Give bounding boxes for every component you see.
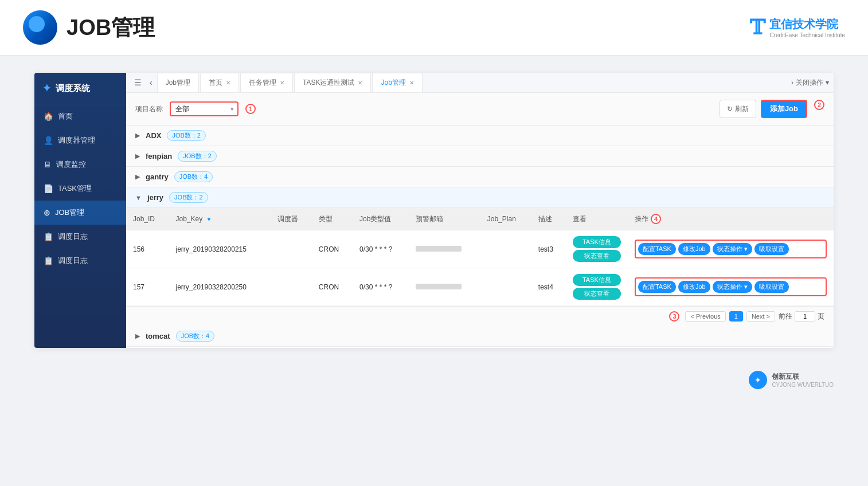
col-header-job-plan: Job_Plan	[480, 208, 531, 230]
footer-brand: ✦ 创新互联 CYJONG WUVERLTUO	[749, 371, 834, 389]
job-count-badge: JOB数：4	[174, 171, 213, 182]
modify-job-button-1[interactable]: 修改Job	[678, 243, 710, 255]
sidebar: ✦ 调度系统 🏠 首页 👤 调度器管理 🖥 调度监控 📄 TASK管理 ⊕	[34, 73, 126, 348]
tab-job-mgmt-static[interactable]: Job管理	[157, 73, 199, 92]
table-area: ▶ ADX JOB数：2 ▶ fenpian JOB数：2 ▶ gantry J…	[126, 126, 834, 348]
action-row-2: 状态操作 ▾ 吸取设置	[713, 281, 789, 293]
footer-icon: ✦	[749, 371, 767, 389]
app-frame: ✦ 调度系统 🏠 首页 👤 调度器管理 🖥 调度监控 📄 TASK管理 ⊕	[34, 73, 834, 348]
project-filter-select[interactable]: 全部 ADX fenpian gantry jerry tomcat	[170, 101, 238, 116]
user-icon: 👤	[44, 136, 53, 145]
close-icon[interactable]: ✕	[358, 80, 362, 86]
group-row-fenpian[interactable]: ▶ fenpian JOB数：2	[126, 146, 834, 167]
scheduler-cell	[271, 230, 312, 268]
col-header-job-id: Job_ID	[126, 208, 169, 230]
modify-job-button-2[interactable]: 修改Job	[678, 281, 710, 293]
group-row-tomcat[interactable]: ▶ tomcat JOB数：4	[126, 326, 834, 347]
email-blur	[416, 284, 462, 289]
sidebar-item-monitor[interactable]: 🖥 调度监控	[34, 152, 126, 177]
sidebar-item-log2[interactable]: 📋 调度日志	[34, 249, 126, 273]
tab-task-mgmt[interactable]: 任务管理 ✕	[240, 73, 293, 92]
config-task-button-1[interactable]: 配置TASK	[638, 243, 676, 255]
sidebar-item-task[interactable]: 📄 TASK管理	[34, 177, 126, 201]
get-settings-button-1[interactable]: 吸取设置	[754, 243, 789, 255]
content-area: ☰ ‹ Job管理 首页 ✕ 任务管理 ✕ TASK运通性测试 ✕	[126, 73, 834, 348]
task-info-button-2[interactable]: TASK信息	[573, 274, 621, 286]
col-header-ops: 操作 4	[628, 208, 834, 230]
page-input[interactable]	[795, 311, 815, 322]
group-row-adx[interactable]: ▶ ADX JOB数：2	[126, 126, 834, 146]
get-settings-button-2[interactable]: 吸取设置	[754, 281, 789, 293]
job-count-badge: JOB数：2	[167, 130, 206, 141]
status-op-button-1[interactable]: 状态操作 ▾	[713, 243, 752, 255]
type-cell: CRON	[312, 230, 353, 268]
job-type-val-cell: 0/30 * * * ?	[353, 268, 409, 306]
group-name: gantry	[146, 173, 169, 181]
group-row-jerry[interactable]: ▼ jerry JOB数：2	[126, 187, 834, 208]
filter-bar: 项目名称 全部 ADX fenpian gantry jerry tomcat …	[126, 93, 834, 126]
action-group-2: 配置TASK 修改Job 状态操作 ▾ 吸取设置	[635, 277, 827, 296]
next-page-button[interactable]: Next >	[746, 311, 775, 322]
col-header-job-type-val: Job类型值	[353, 208, 409, 230]
sidebar-item-scheduler[interactable]: 👤 调度器管理	[34, 128, 126, 152]
sidebar-item-job[interactable]: ⊕ JOB管理	[34, 201, 126, 225]
filter-icon[interactable]: ▼	[206, 216, 212, 222]
job-key-cell: jerry_20190328200250	[169, 268, 271, 306]
sidebar-item-home[interactable]: 🏠 首页	[34, 104, 126, 128]
tab-label: 首页	[209, 78, 222, 88]
tab-bar: ☰ ‹ Job管理 首页 ✕ 任务管理 ✕ TASK运通性测试 ✕	[126, 73, 834, 93]
group-name: tomcat	[146, 332, 170, 340]
pagination-bar: 3 < Previous 1 Next > 前往 页	[126, 306, 834, 326]
job-type-val-cell: 0/30 * * * ?	[353, 230, 409, 268]
job-id-cell: 157	[126, 268, 169, 306]
sidebar-title: 调度系统	[56, 83, 90, 94]
close-icon[interactable]: ✕	[409, 80, 414, 86]
header-left: JOB管理	[23, 10, 155, 45]
close-icon[interactable]: ✕	[280, 80, 284, 86]
task-info-button-1[interactable]: TASK信息	[573, 236, 621, 248]
sidebar-item-label: 调度日志	[58, 256, 88, 266]
action-row-2: 状态操作 ▾ 吸取设置	[713, 243, 789, 255]
group-name: jerry	[147, 193, 163, 202]
refresh-button[interactable]: ↻ 刷新	[720, 100, 756, 118]
main-container: ✦ 调度系统 🏠 首页 👤 调度器管理 🖥 调度监控 📄 TASK管理 ⊕	[0, 56, 868, 365]
tab-right-actions[interactable]: › 关闭操作 ▾	[791, 78, 829, 88]
page-1-button[interactable]: 1	[729, 311, 743, 322]
chevron-down-icon: ▾	[826, 79, 829, 87]
close-icon[interactable]: ✕	[226, 80, 230, 86]
email-cell	[409, 268, 480, 306]
tab-job-mgmt[interactable]: Job管理 ✕	[372, 73, 422, 92]
menu-icon[interactable]: ☰	[131, 73, 145, 92]
group-name: fenpian	[146, 152, 172, 160]
prev-page-button[interactable]: < Previous	[685, 311, 725, 322]
page-footer: ✦ 创新互联 CYJONG WUVERLTUO	[0, 365, 868, 395]
plus-icon: ⊕	[44, 208, 50, 217]
log2-icon: 📋	[44, 256, 53, 265]
desc-cell: test4	[531, 268, 566, 306]
col-header-view: 查看	[566, 208, 628, 230]
config-task-button-2[interactable]: 配置TASK	[638, 281, 676, 293]
annotation-3: 3	[669, 311, 679, 322]
group-row-gantry[interactable]: ▶ gantry JOB数：4	[126, 167, 834, 187]
doc-icon: 📄	[44, 184, 53, 193]
status-view-button-1[interactable]: 状态查看	[573, 250, 621, 262]
sidebar-item-label: 首页	[58, 111, 73, 121]
action-group-1: 配置TASK 修改Job 状态操作 ▾ 吸取设置	[635, 240, 827, 258]
expand-icon: ▶	[135, 332, 140, 340]
status-op-button-2[interactable]: 状态操作 ▾	[713, 281, 752, 293]
desc-cell: test3	[531, 230, 566, 268]
tab-home[interactable]: 首页 ✕	[200, 73, 239, 92]
chevron-right-icon: ›	[791, 79, 793, 87]
add-job-button[interactable]: 添加Job	[761, 100, 807, 118]
sidebar-item-log1[interactable]: 📋 调度日志	[34, 225, 126, 249]
expand-icon: ▼	[135, 194, 142, 201]
close-operations-label: 关闭操作	[796, 78, 823, 88]
filter-label: 项目名称	[135, 104, 163, 114]
expand-icon: ▶	[135, 173, 140, 181]
back-icon[interactable]: ‹	[146, 73, 156, 92]
tab-label: Job管理	[166, 78, 190, 88]
job-count-badge: JOB数：2	[178, 151, 217, 162]
tab-task-test[interactable]: TASK运通性测试 ✕	[294, 73, 371, 92]
status-view-button-2[interactable]: 状态查看	[573, 288, 621, 300]
page-label: 页	[818, 312, 824, 322]
